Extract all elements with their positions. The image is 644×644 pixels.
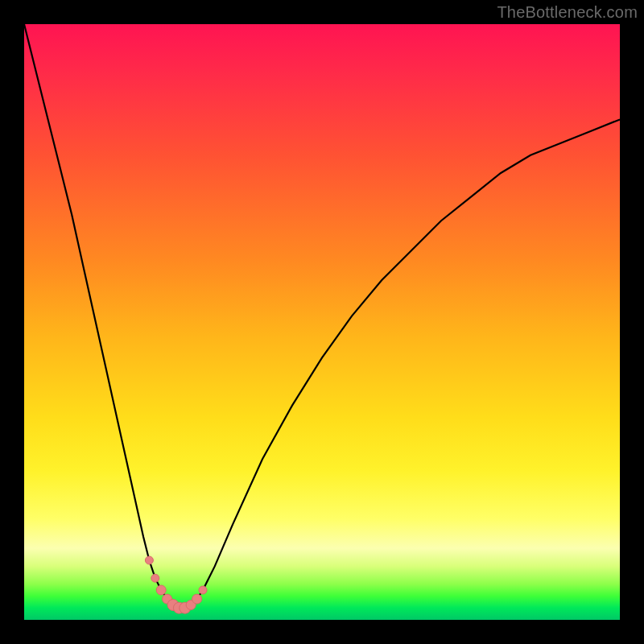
bottleneck-curve <box>24 24 620 608</box>
trough-marker <box>199 586 207 594</box>
trough-marker <box>192 594 202 604</box>
trough-marker <box>151 574 159 582</box>
curve-svg <box>24 24 620 620</box>
trough-marker <box>156 585 166 595</box>
watermark-text: TheBottleneck.com <box>497 3 638 22</box>
plot-area <box>24 24 620 620</box>
trough-marker <box>145 556 153 564</box>
chart-frame: TheBottleneck.com <box>0 0 644 644</box>
trough-markers <box>145 556 207 613</box>
